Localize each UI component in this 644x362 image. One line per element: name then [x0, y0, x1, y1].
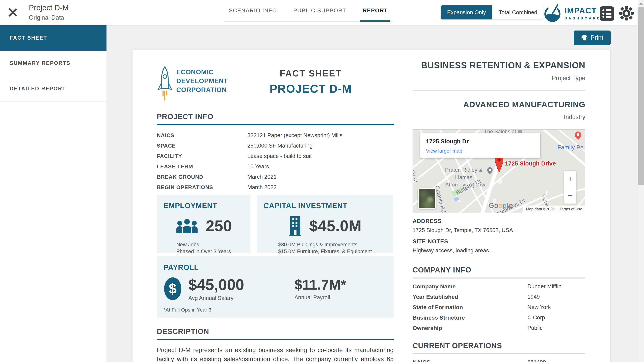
map-info-window: 1725 Slough Dr View larger map: [420, 133, 540, 158]
capital-investment-card: CAPITAL INVESTMENT $45.: [257, 195, 393, 253]
map-marker-label: 1725 Slough Drive: [505, 160, 556, 167]
location-map[interactable]: The Salons at Family Pe Prater, Ridley &…: [412, 129, 585, 213]
map-zoom-in-button[interactable]: +: [564, 171, 576, 187]
map-zoom-control: + −: [564, 171, 576, 204]
print-button[interactable]: Print: [574, 30, 611, 45]
capital-caption-line1: $30.0M Buildings & Improvements: [278, 241, 372, 248]
fact-sheet-left-column: ECONOMIC DEVELOPMENT CORPORATION FACT SH…: [157, 66, 394, 362]
map-satellite-toggle[interactable]: [418, 188, 436, 209]
row-value: Public: [528, 325, 542, 331]
table-row: LEASE TERM 10 Years: [157, 161, 394, 172]
page-title: Project D-M: [29, 3, 69, 12]
site-notes-heading: SITE NOTES: [412, 238, 585, 245]
row-value: 10 Years: [247, 163, 269, 170]
gear-icon: [619, 6, 634, 21]
row-value: C Corp: [528, 314, 545, 321]
table-row: Ownership Public: [412, 323, 585, 333]
map-data-copyright: Map data ©2020: [526, 207, 554, 212]
settings-button[interactable]: [619, 6, 634, 21]
row-label: State of Formation: [412, 304, 528, 310]
table-row: NAICS 561499: [412, 357, 585, 362]
edc-logo: ECONOMIC DEVELOPMENT CORPORATION: [157, 66, 228, 102]
map-red-poi-pin-icon: [574, 130, 582, 141]
table-row: State of Formation New York: [412, 302, 585, 312]
row-value: March 2021: [247, 174, 276, 180]
annual-payroll-group: $11.7M* Annual Payroll: [294, 277, 346, 301]
map-zoom-out-button[interactable]: −: [564, 187, 576, 204]
report-header: ECONOMIC DEVELOPMENT CORPORATION FACT SH…: [157, 66, 394, 102]
row-label: NAICS: [157, 132, 247, 138]
tab-report[interactable]: REPORT: [363, 0, 388, 21]
sidebar-item-fact-sheet[interactable]: FACT SHEET: [0, 25, 106, 51]
main-tabs: SCENARIO INFO PUBLIC SUPPORT REPORT: [224, 0, 393, 22]
list-icon: [602, 9, 612, 12]
fact-sheet-card: ECONOMIC DEVELOPMENT CORPORATION FACT SH…: [132, 50, 610, 362]
salary-group: $ $45,000 Avg Annual Salary: [164, 276, 244, 301]
svg-text:$: $: [169, 281, 177, 296]
edc-line-1: ECONOMIC: [176, 68, 228, 76]
capital-value-row: $45.0M: [264, 215, 386, 237]
row-value: 1949: [528, 294, 540, 300]
satellite-thumbnail: [419, 189, 435, 208]
total-combined-toggle[interactable]: Total Combined: [492, 5, 544, 20]
fact-sheet-title-block: FACT SHEET PROJECT D-M: [228, 66, 394, 102]
close-button[interactable]: [6, 6, 19, 19]
edc-line-2: DEVELOPMENT: [176, 76, 228, 85]
terms-of-use-link[interactable]: Terms of Use: [560, 207, 582, 212]
row-value: 561499: [528, 359, 546, 362]
view-larger-map-link[interactable]: View larger map: [426, 148, 462, 154]
map-info-title: 1725 Slough Dr: [426, 138, 535, 145]
print-label: Print: [590, 34, 603, 41]
map-attribution: Map data ©2020 Terms of Use: [523, 206, 585, 213]
row-value: Dunder Mifflin: [528, 283, 562, 290]
sidebar-item-detailed-report[interactable]: DETAILED REPORT: [0, 76, 106, 102]
company-info-heading: COMPANY INFO: [412, 266, 585, 274]
map-poi-attorneys: Prater, Ridley & Llamas - Attorneys at L…: [438, 166, 490, 188]
report-content: Print ECONOMIC DE: [106, 25, 644, 362]
map-poi-family: Family Pe: [558, 144, 584, 151]
company-info-rows: Company Name Dunder Mifflin Year Establi…: [412, 281, 585, 333]
top-bar: Project D-M Original Data SCENARIO INFO …: [0, 0, 644, 25]
row-value: Lease space - build to suit: [247, 153, 312, 159]
expansion-toggle-group: Expansion Only Total Combined: [441, 5, 544, 20]
close-icon: [6, 6, 19, 19]
employment-caption-line2: Phased in Over 3 Years: [176, 248, 231, 255]
printer-icon: [581, 34, 588, 41]
description-text: Project D-M represents an existing busin…: [157, 346, 394, 362]
row-label: BEGIN OPERATIONS: [157, 184, 247, 190]
expansion-only-toggle[interactable]: Expansion Only: [441, 5, 492, 20]
employment-value-row: 250: [164, 215, 244, 237]
industry-label: Industry: [412, 114, 585, 120]
employment-card: EMPLOYMENT: [157, 195, 250, 253]
annual-payroll-value: $11.7M*: [294, 277, 346, 293]
scrollbar-up-arrow[interactable]: [638, 0, 644, 7]
capital-caption-line2: $15.0M Furniture, Fixtures, & Equipment: [278, 248, 372, 255]
current-operations-rows: NAICS 561499 Space 150,000 SF Facility L…: [412, 357, 585, 362]
table-row: Company Name Dunder Mifflin: [412, 281, 585, 292]
google-logo: Google: [488, 201, 513, 210]
edc-line-3: CORPORATION: [176, 85, 228, 94]
sidebar-item-summary-reports[interactable]: SUMMARY REPORTS: [0, 51, 106, 76]
scenario-list-button[interactable]: [600, 6, 614, 21]
row-label: Year Established: [412, 294, 528, 300]
table-row: SPACE 250,000 SF Manufacturing: [157, 140, 394, 151]
vertical-scrollbar[interactable]: [638, 0, 644, 362]
fact-sheet-right-column: BUSINESS RETENTION & EXPANSION Project T…: [412, 60, 585, 362]
tab-public-support[interactable]: PUBLIC SUPPORT: [293, 0, 346, 21]
map-gray-pin-icon: [487, 166, 493, 175]
tab-scenario-info[interactable]: SCENARIO INFO: [229, 0, 277, 21]
report-sidebar: FACT SHEET SUMMARY REPORTS DETAILED REPO…: [0, 25, 106, 362]
project-info-rows: NAICS 322121 Paper (except Newsprint) Mi…: [157, 130, 394, 192]
row-label: Company Name: [412, 283, 528, 290]
site-notes-value: Highway access, loading areas: [412, 247, 585, 254]
payroll-footnote: *At Full Ops in Year 3: [164, 307, 387, 313]
payroll-values-row: $ $45,000 Avg Annual Salary $11.7M* Annu…: [164, 276, 387, 301]
table-row: Year Established 1949: [412, 292, 585, 302]
table-row: FACILITY Lease space - build to suit: [157, 151, 394, 161]
scrollbar-thumb[interactable]: [638, 7, 644, 185]
description-heading: DESCRIPTION: [157, 327, 394, 340]
divider: [412, 278, 585, 278]
table-row: Business Structure C Corp: [412, 312, 585, 323]
capital-caption: $30.0M Buildings & Improvements $15.0M F…: [264, 241, 386, 255]
scenario-title-block: Project D-M Original Data: [29, 3, 69, 21]
